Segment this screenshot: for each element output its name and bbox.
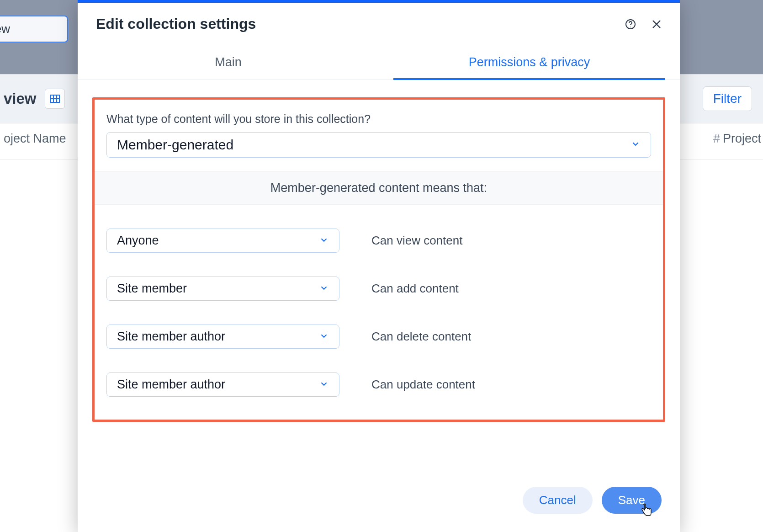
cancel-button[interactable]: Cancel [523, 487, 593, 514]
perm-delete-select[interactable]: Site member author [106, 325, 339, 349]
perm-view-role: Anyone [117, 234, 159, 248]
save-button[interactable]: Save [602, 487, 662, 514]
perm-delete-role: Site member author [117, 330, 225, 344]
perm-row-update: Site member author Can update content [95, 372, 663, 397]
content-type-value: Member-generated [117, 137, 233, 153]
tab-permissions[interactable]: Permissions & privacy [379, 48, 680, 80]
help-icon[interactable] [625, 19, 636, 30]
bg-col-project-name-left: oject Name [4, 132, 66, 146]
highlight-frame: What type of content will you store in t… [92, 97, 665, 422]
bg-col-left-text: oject Name [4, 132, 66, 145]
chevron-down-icon [319, 379, 329, 391]
bg-col-right-text: Project [723, 132, 761, 145]
perm-add-role: Site member [117, 282, 187, 296]
grid-icon [45, 89, 65, 109]
modal-tabs: Main Permissions & privacy [78, 48, 680, 80]
perm-delete-desc: Can delete content [371, 330, 471, 344]
cancel-label: Cancel [539, 493, 576, 507]
perm-add-desc: Can add content [371, 282, 459, 296]
perm-row-view: Anyone Can view content [95, 229, 663, 253]
chevron-down-icon [319, 283, 329, 295]
chevron-down-icon [319, 331, 329, 343]
hash-icon: # [713, 132, 720, 145]
perm-update-select[interactable]: Site member author [106, 372, 339, 397]
bg-chip-view-label: view [0, 22, 10, 36]
chevron-down-icon [631, 139, 641, 151]
edit-collection-modal: Edit collection settings Main Permission… [78, 0, 680, 532]
bg-col-project-right: #Project [713, 132, 761, 146]
bg-chip-view: view [0, 16, 68, 43]
bg-toolbar-view-label: view [4, 90, 37, 107]
tab-main-label: Main [215, 55, 242, 69]
perm-update-role: Site member author [117, 378, 225, 392]
perm-view-select[interactable]: Anyone [106, 229, 339, 253]
modal-header: Edit collection settings [78, 3, 680, 32]
perm-view-desc: Can view content [371, 234, 462, 248]
save-label: Save [618, 493, 645, 507]
content-type-question: What type of content will you store in t… [95, 100, 663, 132]
filter-label: Filter [713, 91, 742, 106]
perm-add-select[interactable]: Site member [106, 277, 339, 301]
content-type-select[interactable]: Member-generated [106, 132, 651, 158]
tab-main[interactable]: Main [78, 48, 379, 80]
filter-button[interactable]: Filter [703, 86, 752, 111]
modal-header-actions [625, 19, 662, 30]
close-icon[interactable] [652, 19, 662, 29]
perm-update-desc: Can update content [371, 378, 475, 392]
tab-permissions-label: Permissions & privacy [469, 55, 590, 69]
perm-row-add: Site member Can add content [95, 277, 663, 301]
content-type-subheader: Member-generated content means that: [95, 171, 663, 205]
svg-point-5 [630, 27, 631, 27]
chevron-down-icon [319, 235, 329, 247]
perm-row-delete: Site member author Can delete content [95, 325, 663, 349]
modal-footer: Cancel Save [78, 474, 680, 532]
modal-title: Edit collection settings [96, 16, 256, 32]
